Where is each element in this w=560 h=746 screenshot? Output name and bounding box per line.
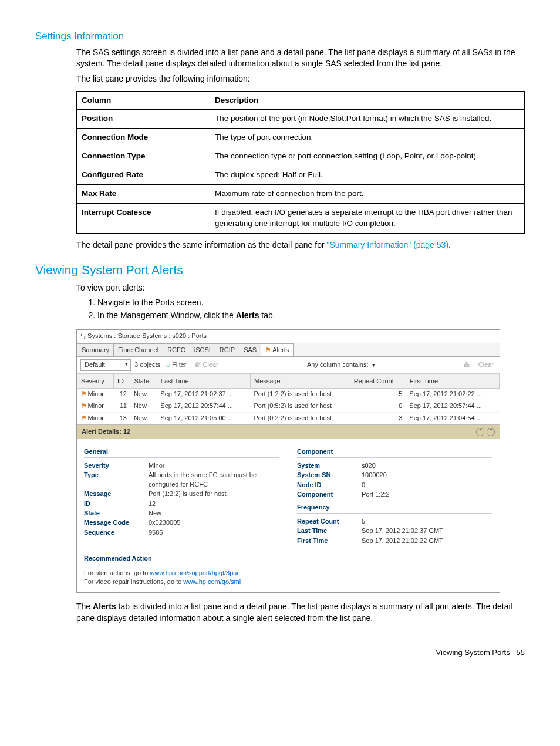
- col-state[interactable]: State: [130, 374, 157, 388]
- tab-alerts[interactable]: ⚑Alerts: [261, 343, 294, 356]
- section-reco[interactable]: Recommended Action: [84, 554, 492, 565]
- table-row: Connection ModeThe type of port connecti…: [77, 129, 525, 147]
- object-count: 3 objects: [134, 360, 160, 369]
- grid-row[interactable]: ⚑Minor 12 New Sep 17, 2012 21:02:37 ... …: [77, 389, 500, 400]
- k-system-sn: System SN: [297, 471, 362, 480]
- k-system: System: [297, 461, 362, 470]
- alerts-screenshot: ⇆ Systems : Storage Systems : s020 : Por…: [76, 329, 500, 593]
- k-node-id: Node ID: [297, 481, 362, 490]
- para-settings-2: The list pane provides the following inf…: [76, 73, 525, 85]
- para-settings-1: The SAS settings screen is divided into …: [76, 47, 525, 70]
- tab-summary[interactable]: Summary: [77, 343, 114, 356]
- step-1: Navigate to the Ports screen.: [97, 297, 525, 309]
- tab-iscsi[interactable]: iSCSI: [190, 343, 215, 356]
- section-component[interactable]: Component: [297, 447, 492, 458]
- clear2-button[interactable]: Clear: [476, 360, 496, 370]
- tab-bar: Summary Fibre Channel RCFC iSCSI RCIP SA…: [77, 343, 500, 357]
- breadcrumb-icon: ⇆: [80, 332, 86, 340]
- alerts-grid: Severity ID State Last Time Message Repe…: [77, 374, 500, 425]
- para-view-alerts: To view port alerts:: [76, 282, 525, 294]
- k-sequence: Sequence: [84, 528, 149, 537]
- k-component: Component: [297, 490, 362, 499]
- filter-button[interactable]: ⌕Filter: [164, 360, 188, 370]
- tab-fibre-channel[interactable]: Fibre Channel: [113, 343, 163, 356]
- k-last-time: Last Time: [297, 526, 362, 535]
- clear-button[interactable]: 🗑Clear: [192, 360, 220, 370]
- breadcrumb: ⇆ Systems : Storage Systems : s020 : Por…: [77, 330, 500, 343]
- section-frequency[interactable]: Frequency: [297, 503, 492, 514]
- th-column: Column: [77, 91, 210, 110]
- steps-list: Navigate to the Ports screen. In the Man…: [76, 297, 525, 321]
- col-message[interactable]: Message: [250, 374, 350, 388]
- filter-icon: ⌕: [166, 360, 170, 369]
- para-after-shot: The Alerts tab is divided into a list pa…: [76, 601, 525, 624]
- th-description: Description: [210, 91, 525, 110]
- search-dropdown-icon[interactable]: ▾: [372, 362, 375, 369]
- detail-header: Alert Details: 12 ˄ ˅: [77, 424, 500, 438]
- flag-icon: ⚑: [81, 414, 87, 421]
- k-message-code: Message Code: [84, 518, 149, 527]
- col-last-time[interactable]: Last Time: [157, 374, 250, 388]
- tab-rcip[interactable]: RCIP: [215, 343, 239, 356]
- settings-table: Column Description PositionThe position …: [76, 91, 525, 234]
- para-detail-ref: The detail pane provides the same inform…: [76, 239, 525, 251]
- link-hp-support[interactable]: www.hp.com/support/hpgt/3par: [150, 569, 239, 576]
- clear-icon: 🗑: [194, 360, 201, 369]
- grid-row[interactable]: ⚑Minor 13 New Sep 17, 2012 21:05:00 ... …: [77, 412, 500, 424]
- step-2: In the Management Window, click the Aler…: [97, 310, 525, 322]
- link-summary-info[interactable]: "Summary Information" (page 53): [326, 240, 448, 249]
- tab-rcfc[interactable]: RCFC: [163, 343, 190, 356]
- flag-icon: ⚑: [265, 346, 271, 353]
- k-severity: Severity: [84, 461, 149, 470]
- col-severity[interactable]: Severity: [77, 374, 114, 388]
- tab-sas[interactable]: SAS: [239, 343, 261, 356]
- print-button[interactable]: 🖶: [461, 360, 473, 370]
- toolbar: Default 3 objects ⌕Filter 🗑Clear Any col…: [77, 357, 500, 373]
- table-row: PositionThe position of the port (in Nod…: [77, 110, 525, 129]
- heading-viewing-alerts: Viewing System Port Alerts: [35, 261, 525, 278]
- heading-settings-info: Settings Information: [35, 29, 525, 43]
- table-row: Max RateMaximum rate of connection from …: [77, 185, 525, 204]
- flag-icon: ⚑: [81, 390, 87, 397]
- view-dropdown[interactable]: Default: [80, 359, 131, 370]
- search-label: Any column contains:: [307, 360, 369, 369]
- k-state: State: [84, 509, 149, 518]
- flag-icon: ⚑: [81, 402, 87, 409]
- k-id: ID: [84, 499, 149, 508]
- table-row: Connection TypeThe connection type or po…: [77, 147, 525, 166]
- k-repeat-count: Repeat Count: [297, 517, 362, 526]
- expand-icon[interactable]: ˅: [487, 428, 495, 436]
- col-id[interactable]: ID: [113, 374, 130, 388]
- k-first-time: First Time: [297, 536, 362, 545]
- col-first-time[interactable]: First Time: [406, 374, 499, 388]
- grid-row[interactable]: ⚑Minor 11 New Sep 17, 2012 20:57:44 ... …: [77, 400, 500, 412]
- collapse-icon[interactable]: ˄: [476, 428, 484, 436]
- page-footer: Viewing System Ports 55: [35, 647, 525, 658]
- detail-body: General SeverityMinor TypeAll ports in t…: [77, 439, 500, 549]
- table-row: Interrupt CoalesceIf disabled, each I/O …: [77, 203, 525, 233]
- k-message: Message: [84, 490, 149, 498]
- print-icon: 🖶: [464, 360, 470, 369]
- table-row: Configured RateThe duplex speed: Half or…: [77, 166, 525, 185]
- col-repeat-count[interactable]: Repeat Count: [350, 374, 406, 388]
- k-type: Type: [84, 471, 149, 489]
- section-general[interactable]: General: [84, 447, 279, 458]
- link-hp-sml[interactable]: www.hp.com/go/sml: [183, 578, 241, 585]
- recommended-action: Recommended Action For alert actions, go…: [77, 548, 500, 592]
